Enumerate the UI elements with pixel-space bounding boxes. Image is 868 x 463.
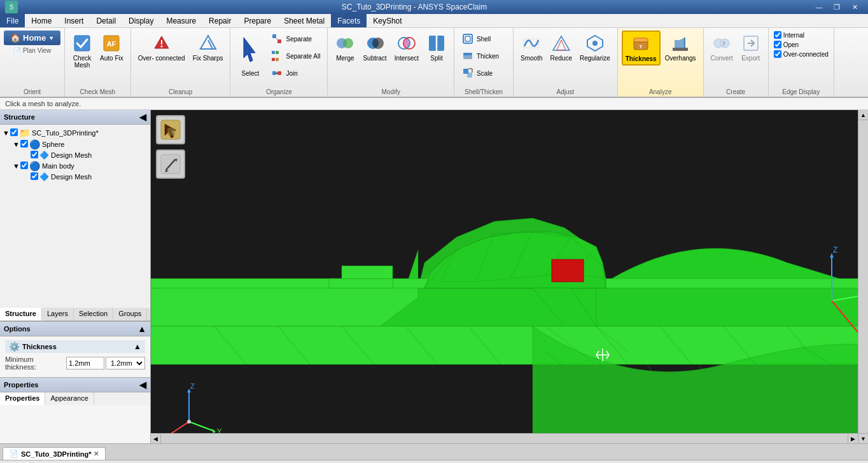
smooth-button[interactable]: Smooth bbox=[517, 31, 545, 64]
tab-groups[interactable]: Groups bbox=[113, 308, 147, 321]
viewport[interactable]: Z X Y Z bbox=[151, 110, 868, 443]
tree-expand-root[interactable]: ▼ bbox=[3, 129, 10, 137]
tree-check-sphere[interactable] bbox=[20, 140, 29, 149]
select-button[interactable]: Select bbox=[234, 31, 266, 79]
properties-collapse-btn[interactable]: ◀ bbox=[139, 380, 146, 390]
tree-label-dm2: Design Mesh bbox=[51, 173, 92, 181]
thickness-collapse-btn[interactable]: ▲ bbox=[134, 342, 141, 351]
scroll-up-btn[interactable]: ▲ bbox=[858, 110, 868, 120]
scroll-down-btn[interactable]: ▼ bbox=[858, 433, 868, 443]
analysis-pencil-btn[interactable] bbox=[156, 149, 185, 179]
fix-sharps-button[interactable]: Fix Sharps bbox=[190, 31, 227, 64]
options-panel: Options ▲ ⚙️ Thickness ▲ Minimum thickne… bbox=[0, 321, 150, 377]
min-thickness-field[interactable] bbox=[66, 357, 104, 370]
tab-appearance[interactable]: Appearance bbox=[45, 392, 94, 405]
export-button[interactable]: Export bbox=[738, 31, 764, 64]
analysis-select-btn[interactable] bbox=[156, 115, 185, 144]
menu-display[interactable]: Display bbox=[122, 14, 160, 27]
tree-item-sphere[interactable]: ▼ 🔵 Sphere bbox=[3, 139, 148, 150]
scroll-track-v[interactable] bbox=[858, 120, 868, 433]
tree-item-main-body[interactable]: ▼ 🔵 Main body bbox=[3, 160, 148, 172]
subtract-button[interactable]: Subtract bbox=[360, 31, 389, 64]
reduce-label: Reduce bbox=[550, 55, 571, 62]
create-buttons: Convert Export bbox=[708, 31, 764, 87]
mesh-viewport[interactable]: Z X Y Z bbox=[151, 110, 868, 443]
svg-point-106 bbox=[187, 420, 191, 424]
select-label: Select bbox=[242, 70, 260, 77]
thickness-button[interactable]: T Thickness bbox=[622, 31, 661, 66]
shell-button[interactable]: Shell bbox=[458, 31, 509, 47]
structure-collapse-btn[interactable]: ◀ bbox=[139, 112, 146, 122]
overhangs-button[interactable]: Overhangs bbox=[662, 31, 699, 64]
menu-keyshot[interactable]: KeyShot bbox=[367, 14, 408, 27]
tab-layers[interactable]: Layers bbox=[42, 308, 74, 321]
split-button[interactable]: Split bbox=[423, 31, 450, 64]
internal-label: Internal bbox=[783, 32, 804, 39]
scale-icon bbox=[461, 67, 474, 79]
plan-view-button[interactable]: 📄 Plan View bbox=[11, 46, 53, 55]
options-collapse-btn[interactable]: ▲ bbox=[137, 324, 146, 334]
separate-button[interactable]: Separate bbox=[267, 31, 323, 47]
menu-prepare[interactable]: Prepare bbox=[237, 14, 277, 27]
svg-marker-9 bbox=[244, 38, 255, 62]
tree-icon-sphere: 🔵 bbox=[29, 139, 40, 149]
restore-button[interactable]: ❐ bbox=[829, 1, 845, 13]
regularize-label: Regularize bbox=[580, 55, 610, 62]
check-mesh-button[interactable]: CheckMesh bbox=[69, 31, 95, 71]
menu-facets[interactable]: Facets bbox=[331, 14, 367, 27]
join-button[interactable]: Join bbox=[267, 65, 323, 81]
home-dropdown-icon: ▼ bbox=[48, 35, 54, 41]
close-button[interactable]: ✕ bbox=[846, 1, 863, 13]
intersect-label: Intersect bbox=[395, 55, 419, 62]
intersect-button[interactable]: Intersect bbox=[391, 31, 422, 64]
thickness-section-label: Thickness bbox=[22, 343, 131, 350]
menu-home[interactable]: Home bbox=[25, 14, 58, 27]
tab-selection[interactable]: Selection bbox=[74, 308, 113, 321]
convert-button[interactable]: Convert bbox=[708, 31, 736, 64]
tree-check-dm2[interactable] bbox=[31, 172, 39, 181]
merge-button[interactable]: Merge bbox=[332, 31, 358, 64]
tree-check-root[interactable] bbox=[10, 128, 19, 137]
tree-check-main-body[interactable] bbox=[20, 162, 29, 170]
tab-properties[interactable]: Properties bbox=[0, 392, 45, 405]
tree-icon-main-body: 🔵 bbox=[29, 161, 40, 171]
menu-sheet-metal[interactable]: Sheet Metal bbox=[277, 14, 331, 27]
svg-marker-75 bbox=[552, 259, 584, 282]
split-label: Split bbox=[430, 55, 442, 62]
scroll-track-h[interactable] bbox=[161, 434, 848, 443]
regularize-button[interactable]: Regularize bbox=[577, 31, 613, 64]
internal-checkbox[interactable] bbox=[774, 31, 781, 39]
bottom-tab-file-icon: 📄 bbox=[10, 450, 18, 458]
over-connected-checkbox[interactable] bbox=[774, 50, 781, 58]
menu-file[interactable]: File bbox=[0, 14, 25, 27]
thicken-icon bbox=[461, 50, 474, 62]
tree-label-root: SC_Tuto_3DPrinting* bbox=[32, 129, 99, 137]
scroll-left-btn[interactable]: ◀ bbox=[151, 434, 161, 444]
min-thickness-dropdown[interactable]: 0.5mm 1.0mm 1.2mm 1.5mm 2.0mm bbox=[106, 357, 145, 370]
main-layout: Structure ◀ ▼ 📁 SC_Tuto_3DPrinting* ▼ 🔵 bbox=[0, 110, 868, 443]
bottom-tab-close[interactable]: ✕ bbox=[94, 450, 99, 457]
minimize-button[interactable]: — bbox=[811, 1, 827, 13]
tree-expand-main-body[interactable]: ▼ bbox=[13, 162, 20, 170]
bottom-tab-file[interactable]: 📄 SC_Tuto_3DPrinting* ✕ bbox=[3, 447, 106, 460]
over-connected-button[interactable]: Over- connected bbox=[135, 31, 188, 64]
tree-item-design-mesh-1[interactable]: 🔷 Design Mesh bbox=[3, 150, 148, 160]
tree-item-design-mesh-2[interactable]: 🔷 Design Mesh bbox=[3, 172, 148, 182]
home-button[interactable]: 🏠 Home ▼ bbox=[4, 31, 60, 45]
open-checkbox[interactable] bbox=[774, 41, 781, 48]
scroll-right-btn[interactable]: ▶ bbox=[848, 434, 858, 444]
thicken-button[interactable]: Thicken bbox=[458, 48, 509, 64]
tree-expand-sphere[interactable]: ▼ bbox=[13, 141, 20, 148]
menu-insert[interactable]: Insert bbox=[58, 14, 90, 27]
menu-repair[interactable]: Repair bbox=[202, 14, 237, 27]
tab-structure[interactable]: Structure bbox=[0, 308, 42, 321]
separate-all-button[interactable]: Separate All bbox=[267, 48, 323, 64]
menu-measure[interactable]: Measure bbox=[160, 14, 202, 27]
tree-item-root[interactable]: ▼ 📁 SC_Tuto_3DPrinting* bbox=[3, 127, 148, 139]
reduce-button[interactable]: Reduce bbox=[547, 31, 575, 64]
tree-check-dm1[interactable] bbox=[31, 151, 39, 160]
menu-detail[interactable]: Detail bbox=[90, 14, 122, 27]
scale-button[interactable]: Scale bbox=[458, 65, 509, 81]
properties-body bbox=[0, 405, 150, 443]
auto-fix-button[interactable]: AF Auto Fix bbox=[97, 31, 127, 64]
